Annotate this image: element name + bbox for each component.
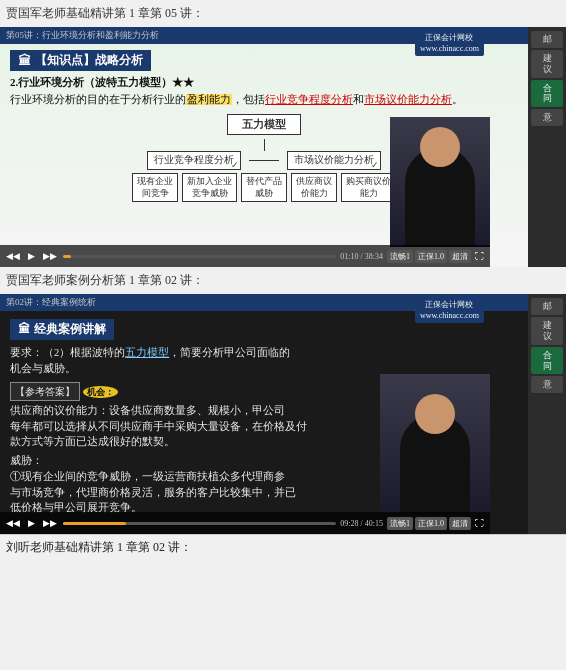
- clarity-btn-2[interactable]: 超清: [449, 517, 471, 530]
- section-label-2: 贾国军老师案例分析第 1 章第 02 讲：: [0, 267, 566, 294]
- video1-instructor: [390, 117, 490, 247]
- fullscreen-btn-2[interactable]: ⛶: [473, 518, 486, 528]
- panel-btn-2-1[interactable]: 建议: [531, 317, 563, 345]
- slide1-highlight1: 盈利能力: [186, 94, 232, 105]
- slide1-title: 🏛 【知识点】战略分析: [10, 50, 151, 71]
- slide2-topbar-text: 第02讲：经典案例统析: [6, 296, 96, 309]
- slide1-body-text4: 。: [452, 94, 463, 105]
- panel-btn-2-3[interactable]: 意: [531, 376, 563, 393]
- diag-item-0: 现有企业间竞争: [132, 173, 178, 202]
- video2-label: 贾国军老师案例分析第 1 章第 02 讲：: [6, 273, 204, 287]
- fullscreen-btn-1[interactable]: ⛶: [473, 251, 486, 261]
- slide2-icon: 🏛: [18, 322, 30, 337]
- panel-btn-2-0[interactable]: 邮: [531, 298, 563, 315]
- slide1-subtitle: 2.行业环境分析（波特五力模型）★★: [10, 75, 518, 90]
- diag-item-2: 替代产品威胁: [241, 173, 287, 202]
- panel-btn-1-3[interactable]: 意: [531, 109, 563, 126]
- time-label-2: 09:28 / 40:15: [340, 519, 383, 528]
- prev-btn-1[interactable]: ▶: [26, 251, 37, 261]
- video2-content: 第02讲：经典案例统析 正保会计网校 www.chinacc.com 🏛 经典案…: [0, 294, 528, 534]
- speed-btn-2[interactable]: 流畅1: [387, 517, 413, 530]
- video1-main: 第05讲：行业环境分析和盈利能力分析 正保会计网校 www.chinacc.co…: [0, 27, 528, 267]
- instructor1-body: [405, 147, 475, 247]
- bottom-section-label: 刘听老师基础精讲第 1 章第 02 讲：: [0, 534, 566, 560]
- diag-item-3: 供应商议价能力: [291, 173, 337, 202]
- progress-bar-1[interactable]: [63, 255, 336, 258]
- diag-item-1: 新加入企业竞争威胁: [182, 173, 237, 202]
- slide1-topbar-text: 第05讲：行业环境分析和盈利能力分析: [6, 29, 159, 42]
- instructor1-figure: [390, 117, 490, 247]
- answer-tag: 【参考答案】: [10, 382, 80, 401]
- video1-wrapper: 第05讲：行业环境分析和盈利能力分析 正保会计网校 www.chinacc.co…: [0, 27, 566, 267]
- quality-btn-2[interactable]: 正保1.0: [415, 517, 447, 530]
- progress-fill-2: [63, 522, 126, 525]
- slide2-title: 🏛 经典案例讲解: [10, 319, 114, 340]
- quality-btn-1[interactable]: 正保1.0: [415, 250, 447, 263]
- slide1-highlight2: 行业竞争程度分析: [265, 94, 353, 105]
- slide2-logo: 正保会计网校 www.chinacc.com: [415, 298, 484, 323]
- next-btn-1[interactable]: ▶▶: [41, 251, 59, 261]
- panel-btn-1-0[interactable]: 邮: [531, 31, 563, 48]
- slide1-highlight3: 市场议价能力分析: [364, 94, 452, 105]
- diagram-left: 行业竞争程度分析: [147, 151, 241, 170]
- slide1-body: 行业环境分析的目的在于分析行业的盈利能力，包括行业竞争程度分析和市场议价能力分析…: [10, 92, 518, 108]
- speed-btn-1[interactable]: 流畅1: [387, 250, 413, 263]
- next-btn-2[interactable]: ▶▶: [41, 518, 59, 528]
- video1-label: 贾国军老师基础精讲第 1 章第 05 讲：: [6, 6, 204, 20]
- slide1-logo: 正保会计网校 www.chinacc.com: [415, 31, 484, 56]
- video1-content: 第05讲：行业环境分析和盈利能力分析 正保会计网校 www.chinacc.co…: [0, 27, 528, 267]
- progress-fill-1: [63, 255, 71, 258]
- slide1-body-text1: 行业环境分析的目的在于分析行业的: [10, 94, 186, 105]
- slide1-title-icon: 🏛: [18, 53, 31, 69]
- slide1-body-text3: 和: [353, 94, 364, 105]
- progress-bar-2[interactable]: [63, 522, 336, 525]
- slide1-title-text: 【知识点】战略分析: [35, 52, 143, 69]
- video2-main: 第02讲：经典案例统析 正保会计网校 www.chinacc.com 🏛 经典案…: [0, 294, 528, 534]
- slide2-logo-line1: 正保会计网校: [420, 300, 479, 310]
- play-btn-2[interactable]: ◀◀: [4, 518, 22, 528]
- panel-btn-1-1[interactable]: 建议: [531, 50, 563, 78]
- video2-controls: ◀◀ ▶ ▶▶ 09:28 / 40:15 流畅1 正保1.0 超清 ⛶: [0, 512, 490, 534]
- v2-line-0: 要求：（2）根据波特的五力模型，简要分析甲公司面临的: [10, 345, 518, 361]
- diagram-center: 五力模型: [227, 114, 301, 135]
- slide1-subtitle-text: 2.行业环境分析（波特五力模型）★★: [10, 76, 194, 88]
- video2-slide: 第02讲：经典案例统析 正保会计网校 www.chinacc.com 🏛 经典案…: [0, 294, 528, 534]
- video2-right-panel: 邮 建议 合同 意: [528, 294, 566, 534]
- slide2-logo-line2: www.chinacc.com: [420, 311, 479, 321]
- time-label-1: 01:10 / 38:34: [340, 252, 383, 261]
- slide1-logo-line2: www.chinacc.com: [420, 44, 479, 54]
- video2-wrapper: 第02讲：经典案例统析 正保会计网校 www.chinacc.com 🏛 经典案…: [0, 294, 566, 534]
- ctrl-right-2: 流畅1 正保1.0 超清 ⛶: [387, 517, 486, 530]
- diagram-row1: 行业竞争程度分析 市场议价能力分析: [147, 151, 381, 170]
- instructor2-figure: [380, 374, 490, 514]
- panel-btn-2-2[interactable]: 合同: [531, 347, 563, 375]
- diagram-arrow-down: [264, 139, 265, 151]
- slide2-title-text: 经典案例讲解: [34, 321, 106, 338]
- diagram-arrow-horiz: [249, 160, 279, 161]
- slide1-body-text2: ，包括: [232, 94, 265, 105]
- instructor1-head: [420, 127, 460, 167]
- instructor2-head: [415, 394, 455, 434]
- diagram-row2: 现有企业间竞争 新加入企业竞争威胁 替代产品威胁 供应商议价能力 购买商议价能力: [132, 173, 396, 202]
- ctrl-right-1: 流畅1 正保1.0 超清 ⛶: [387, 250, 486, 263]
- video1-right-panel: 邮 建议 合同 意: [528, 27, 566, 267]
- diagram-right: 市场议价能力分析: [287, 151, 381, 170]
- video2-instructor: [380, 374, 490, 514]
- section-label-1: 贾国军老师基础精讲第 1 章第 05 讲：: [0, 0, 566, 27]
- diag-item-4: 购买商议价能力: [341, 173, 396, 202]
- video1-controls: ◀◀ ▶ ▶▶ 01:10 / 38:34 流畅1 正保1.0 超清 ⛶: [0, 245, 490, 267]
- slide1-logo-line1: 正保会计网校: [420, 33, 479, 43]
- video1-slide: 第05讲：行业环境分析和盈利能力分析 正保会计网校 www.chinacc.co…: [0, 27, 528, 267]
- play-btn-1[interactable]: ◀◀: [4, 251, 22, 261]
- clarity-btn-1[interactable]: 超清: [449, 250, 471, 263]
- prev-btn-2[interactable]: ▶: [26, 518, 37, 528]
- opportunity-tag: 机会：: [83, 386, 118, 398]
- panel-btn-1-2[interactable]: 合同: [531, 80, 563, 108]
- bottom-label-text: 刘听老师基础精讲第 1 章第 02 讲：: [6, 540, 192, 554]
- instructor2-body: [400, 414, 470, 514]
